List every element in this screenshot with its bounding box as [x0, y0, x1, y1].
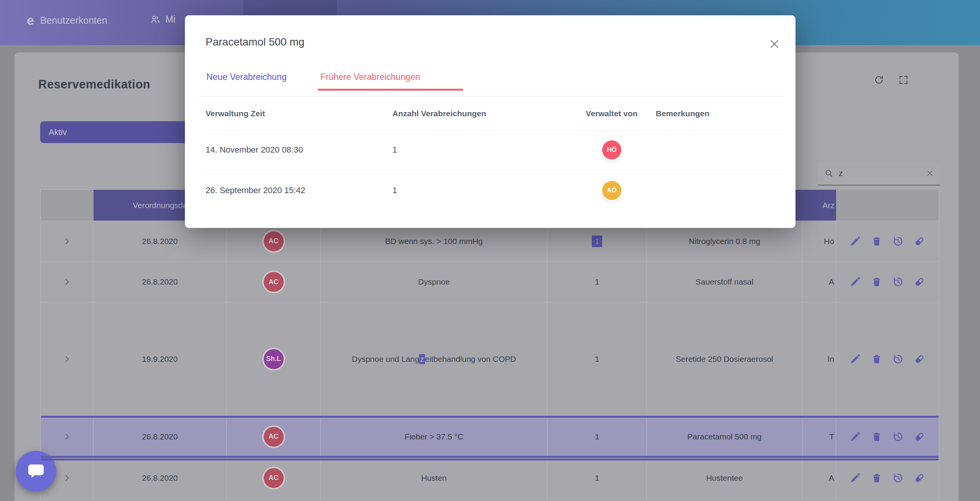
avatar: Sh.L [264, 349, 284, 369]
page-title: Reservemedikation [38, 78, 150, 91]
cell-form: In [802, 303, 836, 415]
cell-date: 26.8.2020 [93, 458, 227, 498]
tab-neue-verabreichung[interactable]: Neue Verabreichung [206, 72, 287, 82]
medication-icon[interactable] [914, 276, 925, 288]
history-icon[interactable] [892, 276, 904, 288]
expand-row-icon[interactable] [63, 433, 71, 441]
table-row[interactable]: 19.9.2020 Sh.L Dyspnoe und Langzeitbehan… [41, 303, 939, 416]
cell-indication: Dyspnoe und Langzeitbehandlung von COPD [321, 303, 547, 415]
delete-icon[interactable] [871, 431, 882, 442]
edit-icon[interactable] [849, 472, 861, 484]
cell-form: A [802, 458, 836, 498]
medication-icon[interactable] [914, 472, 925, 484]
medication-icon[interactable] [914, 431, 925, 442]
administration-row[interactable]: 26. September 2020 15:42 1 AÖ [206, 169, 784, 211]
active-tab-underline [318, 89, 463, 91]
history-icon[interactable] [892, 472, 904, 484]
header-expander [41, 190, 93, 221]
screen: e Benutzerkonten Mi Reservemedikation Ak… [0, 0, 980, 501]
avatar: AC [264, 231, 284, 251]
clear-search-icon[interactable] [926, 169, 934, 177]
search-match-highlight: z [419, 354, 425, 364]
cell-actions [836, 458, 939, 498]
cell-count: 1 [547, 416, 647, 457]
cell-actions [836, 416, 939, 457]
cell-medication: Hustentee [647, 458, 802, 498]
table-row[interactable]: 26.8.2020 AC Dyspnoe 1 Sauerstoff nasal … [41, 262, 939, 303]
nav-item-benutzerkonten[interactable]: Benutzerkonten [40, 15, 107, 26]
cell-date: 19.9.2020 [93, 303, 227, 415]
cell-medication: Sauerstoff nasal [647, 262, 802, 302]
administration-row[interactable]: 14. November 2020 08:30 1 HÖ [206, 131, 784, 169]
cell-medication: Seretide 250 Dosieraerosol [647, 303, 802, 415]
nav-item-clipped[interactable]: Mi [150, 14, 175, 25]
medication-icon[interactable] [914, 353, 925, 365]
cell-form: T [802, 416, 836, 457]
edit-icon[interactable] [849, 236, 861, 247]
cell-count: 1 [547, 262, 647, 302]
cell-indication: Husten [321, 458, 547, 498]
cell-medication: Paracetamol 500 mg [647, 416, 802, 457]
expand-row-icon[interactable] [63, 355, 71, 363]
edit-icon[interactable] [849, 431, 861, 442]
cell-actions [836, 262, 939, 302]
cell-count: 1 [392, 145, 568, 155]
brand[interactable]: e Benutzerkonten [27, 14, 107, 27]
cell-indication: Fieber > 37.5 °C [321, 416, 547, 457]
tab-fruehere-verabreichungen[interactable]: Frühere Verabreichungen [320, 72, 420, 82]
table-row[interactable]: 26.8.2020 AC Husten 1 Hustentee A [41, 458, 939, 498]
avatar: AC [264, 427, 284, 447]
history-icon[interactable] [892, 236, 904, 247]
search-value: z [839, 169, 920, 178]
expand-row-icon[interactable] [63, 237, 71, 246]
avatar: AC [264, 468, 284, 488]
table-row-selected[interactable]: 26.8.2020 AC Fieber > 37.5 °C 1 Paraceta… [41, 416, 939, 458]
cell-form: A [802, 262, 836, 302]
app-logo-icon: e [27, 14, 34, 27]
medication-table: Verordnungsda Arz 26.8.2020 AC BD wenn s… [41, 189, 939, 501]
table-row-partial [41, 498, 939, 501]
history-icon[interactable] [892, 353, 904, 365]
cell-count: 1 [392, 185, 568, 195]
cell-time: 14. November 2020 08:30 [206, 145, 392, 155]
delete-icon[interactable] [871, 236, 882, 247]
modal-table-header: Verwaltung Zeit Anzahl Verabreichungen V… [206, 96, 784, 131]
header-verwaltung-zeit: Verwaltung Zeit [206, 109, 392, 118]
header-actions [836, 190, 939, 221]
avatar: AÖ [602, 181, 621, 200]
cell-form: Ho [802, 221, 836, 261]
cell-date: 26.8.2020 [93, 262, 227, 302]
modal-tabs: Neue Verabreichung Frühere Verabreichung… [206, 72, 420, 82]
expand-row-icon[interactable] [63, 474, 71, 482]
header-bemerkungen: Bemerkungen [656, 109, 784, 118]
refresh-icon[interactable] [874, 75, 884, 85]
nav-item-label: Mi [165, 14, 175, 25]
header-anzahl: Anzahl Verabreichungen [392, 109, 568, 118]
header-verwaltet-von: Verwaltet von [568, 109, 656, 118]
expand-row-icon[interactable] [63, 278, 71, 286]
cell-actions [836, 303, 939, 415]
avatar: AC [264, 272, 284, 292]
cell-actions [836, 221, 939, 261]
delete-icon[interactable] [871, 276, 882, 288]
edit-icon[interactable] [849, 276, 861, 288]
search-input[interactable]: z [818, 162, 940, 185]
medication-icon[interactable] [914, 236, 925, 247]
chat-icon [25, 460, 47, 482]
delete-icon[interactable] [871, 353, 882, 365]
edit-icon[interactable] [849, 353, 861, 365]
history-icon[interactable] [892, 431, 904, 442]
cell-count: 1 [547, 458, 647, 498]
administrations-table: Verwaltung Zeit Anzahl Verabreichungen V… [206, 96, 784, 211]
fullscreen-icon[interactable] [898, 75, 909, 85]
search-icon [824, 169, 833, 178]
close-icon[interactable] [769, 38, 780, 50]
header-form[interactable]: Arz [802, 190, 836, 221]
cell-time: 26. September 2020 15:42 [206, 185, 392, 195]
cell-indication: Dyspnoe [321, 262, 547, 302]
modal-title: Paracetamol 500 mg [206, 36, 304, 48]
delete-icon[interactable] [871, 472, 882, 484]
avatar: HÖ [602, 140, 621, 159]
users-icon [150, 14, 161, 25]
medication-detail-modal: Paracetamol 500 mg Neue Verabreichung Fr… [185, 15, 795, 228]
